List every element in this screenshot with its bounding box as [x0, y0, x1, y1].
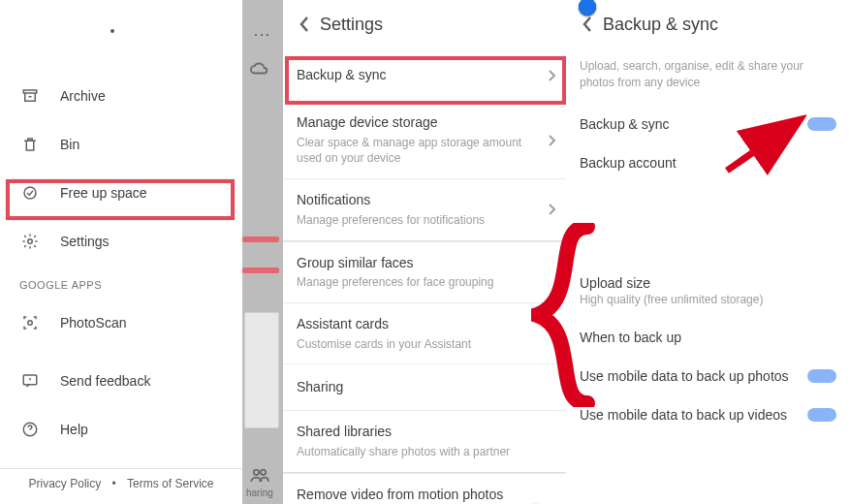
- row-title: Backup & sync: [580, 116, 670, 132]
- spacer: [566, 182, 850, 264]
- more-dots-icon: ⋯: [253, 23, 271, 45]
- setting-backup-sync[interactable]: Backup & sync: [283, 50, 566, 101]
- setting-title: Sharing: [297, 378, 527, 397]
- background-peek: ⋯ haring: [242, 0, 283, 504]
- backup-sync-pane: Backup & sync Upload, search, organise, …: [566, 0, 850, 504]
- row-title: Upload size: [580, 275, 836, 291]
- mobile-data-videos-row[interactable]: Use mobile data to back up videos: [566, 395, 850, 434]
- backup-title: Backup & sync: [603, 15, 718, 35]
- freeup-icon: [19, 182, 41, 204]
- photoscan-icon: [19, 312, 41, 333]
- backup-sync-toggle-row[interactable]: Backup & sync: [566, 105, 850, 143]
- mobile-data-photos-row[interactable]: Use mobile data to back up photos: [566, 357, 850, 395]
- setting-group-faces[interactable]: Group similar faces Manage preferences f…: [283, 241, 566, 302]
- chevron-right-icon: [548, 203, 556, 216]
- drawer-item-photoscan[interactable]: PhotoScan: [0, 299, 242, 347]
- row-title: When to back up: [580, 330, 681, 345]
- backup-intro: Upload, search, organise, edit & share y…: [566, 50, 850, 105]
- dot-sep: •: [109, 477, 120, 490]
- when-to-backup-row[interactable]: When to back up: [566, 318, 850, 357]
- help-icon: [19, 419, 41, 440]
- setting-manage-storage[interactable]: Manage device storage Clear space & mana…: [283, 101, 566, 178]
- row-title: Backup account: [580, 155, 677, 171]
- bg-thumb: [244, 312, 279, 428]
- drawer-item-freeup[interactable]: Free up space: [0, 169, 242, 217]
- bg-sharing-text: haring: [246, 488, 273, 498]
- toggle-switch[interactable]: [807, 369, 836, 383]
- setting-sub: Manage preferences for face grouping: [297, 274, 527, 291]
- svg-point-7: [261, 470, 266, 475]
- drawer-item-bin[interactable]: Bin: [0, 120, 242, 169]
- svg-point-1: [24, 187, 36, 199]
- setting-notifications[interactable]: Notifications Manage preferences for not…: [283, 178, 566, 239]
- setting-remove-video-motion[interactable]: Remove video from motion photos Share on…: [283, 473, 566, 504]
- drawer-label: PhotoScan: [60, 315, 127, 331]
- settings-pane: Settings Backup & sync Manage device sto…: [283, 0, 566, 504]
- backup-header: Backup & sync: [566, 0, 850, 50]
- settings-list: Backup & sync Manage device storage Clea…: [283, 50, 566, 504]
- svg-point-2: [28, 239, 33, 244]
- setting-title: Remove video from motion photos: [297, 486, 527, 504]
- chevron-right-icon: [548, 134, 556, 147]
- drawer-item-archive[interactable]: Archive: [0, 72, 242, 120]
- archive-icon: [19, 85, 41, 107]
- drawer-item-feedback[interactable]: Send feedback: [0, 357, 242, 405]
- drawer-label: Help: [60, 422, 88, 437]
- setting-sub: Clear space & manage app storage amount …: [297, 135, 527, 168]
- drawer-label: Settings: [60, 234, 110, 249]
- setting-sub: Automatically share photos with a partne…: [297, 444, 527, 460]
- chevron-right-icon: [548, 69, 556, 82]
- feedback-icon: [19, 370, 41, 392]
- setting-sub: Manage preferences for notifications: [297, 212, 527, 229]
- upload-size-row[interactable]: Upload size High quality (free unlimited…: [566, 264, 850, 318]
- setting-title: Assistant cards: [297, 315, 527, 334]
- gear-icon: [19, 231, 41, 252]
- drawer-label: Send feedback: [60, 373, 150, 389]
- drawer-item-settings[interactable]: Settings: [0, 217, 242, 266]
- drawer-section-googleapps: GOOGLE APPS: [0, 266, 242, 299]
- settings-title: Settings: [320, 15, 383, 35]
- drawer-pane: Archive Bin Free up space Settings: [0, 0, 242, 504]
- setting-title: Backup & sync: [297, 66, 527, 85]
- setting-shared-libraries[interactable]: Shared libraries Automatically share pho…: [283, 410, 566, 471]
- row-title: Use mobile data to back up photos: [580, 368, 789, 384]
- row-title: Use mobile data to back up videos: [580, 407, 787, 423]
- svg-rect-0: [23, 90, 37, 93]
- back-button[interactable]: [295, 12, 320, 37]
- setting-title: Shared libraries: [297, 423, 527, 442]
- setting-title: Group similar faces: [297, 254, 527, 273]
- svg-point-3: [28, 321, 33, 326]
- privacy-link[interactable]: Privacy Policy: [25, 477, 106, 490]
- drawer-label: Archive: [60, 88, 106, 104]
- bg-pink-bar: [242, 268, 279, 273]
- toggle-switch[interactable]: [807, 408, 836, 422]
- setting-title: Notifications: [297, 191, 527, 210]
- bg-pink-bar: [242, 236, 279, 242]
- terms-link[interactable]: Terms of Service: [123, 477, 217, 490]
- bin-icon: [19, 134, 41, 155]
- people-icon: [249, 467, 270, 483]
- cloud-icon: [249, 60, 270, 76]
- drawer: Archive Bin Free up space Settings: [0, 0, 242, 504]
- setting-assistant-cards[interactable]: Assistant cards Customise cards in your …: [283, 302, 566, 363]
- drawer-footer: Privacy Policy • Terms of Service: [0, 477, 242, 490]
- drawer-label: Free up space: [60, 185, 147, 201]
- setting-sharing[interactable]: Sharing: [283, 363, 566, 410]
- setting-title: Manage device storage: [297, 113, 527, 133]
- drawer-list: Archive Bin Free up space Settings: [0, 0, 242, 454]
- toggle-switch[interactable]: [807, 117, 836, 131]
- setting-sub: Customise cards in your Assistant: [297, 336, 527, 353]
- drawer-item-help[interactable]: Help: [0, 405, 242, 454]
- backup-account-row[interactable]: Backup account: [566, 143, 850, 182]
- back-button[interactable]: [578, 12, 603, 37]
- settings-header: Settings: [283, 0, 566, 50]
- row-sub: High quality (free unlimited storage): [580, 293, 836, 306]
- drawer-divider: [0, 468, 242, 469]
- svg-point-6: [254, 470, 259, 475]
- drawer-label: Bin: [60, 137, 79, 152]
